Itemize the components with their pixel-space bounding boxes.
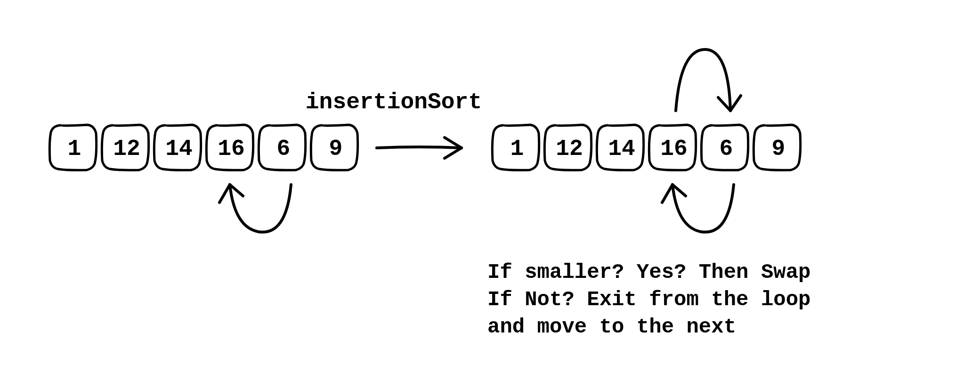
swap-arrow-bottom	[662, 185, 734, 232]
array-value: 9	[329, 136, 343, 162]
swap-arrow-left	[219, 185, 291, 232]
array-value: 6	[277, 136, 291, 162]
transition-arrow	[377, 138, 462, 158]
swap-arrow-top	[676, 49, 741, 111]
array-box: 6	[259, 125, 305, 170]
array-box: 16	[206, 125, 253, 170]
description-line: and move to the next	[487, 315, 736, 339]
array-box: 6	[701, 125, 748, 170]
array-box: 1	[492, 125, 539, 170]
array-box: 9	[311, 125, 357, 170]
array-value: 16	[660, 136, 688, 162]
description-line: If smaller? Yes? Then Swap	[487, 260, 811, 284]
array-box: 1	[49, 125, 96, 170]
array-value: 9	[772, 136, 786, 162]
description: If smaller? Yes? Then Swap If Not? Exit …	[487, 260, 811, 339]
array-box: 9	[753, 125, 800, 170]
array-value: 12	[113, 136, 140, 162]
array-box: 12	[102, 125, 148, 170]
array-value: 6	[720, 136, 733, 162]
array-value: 1	[68, 136, 81, 162]
array-value: 16	[218, 136, 245, 162]
array-value: 12	[556, 136, 583, 162]
array-box: 12	[544, 125, 591, 170]
array-box: 14	[597, 125, 643, 170]
left-array: 1 12 14 16 6 9	[49, 125, 357, 170]
array-value: 14	[608, 136, 635, 162]
right-array: 1 12 14 16 6 9	[492, 125, 800, 170]
array-value: 1	[510, 136, 524, 162]
description-line: If Not? Exit from the loop	[487, 288, 811, 311]
array-box: 16	[649, 125, 696, 170]
diagram-title: insertionSort	[306, 89, 482, 115]
array-value: 14	[165, 136, 193, 162]
diagram-canvas: insertionSort 1 12 14 16 6 9	[0, 0, 980, 365]
array-box: 14	[154, 125, 201, 170]
